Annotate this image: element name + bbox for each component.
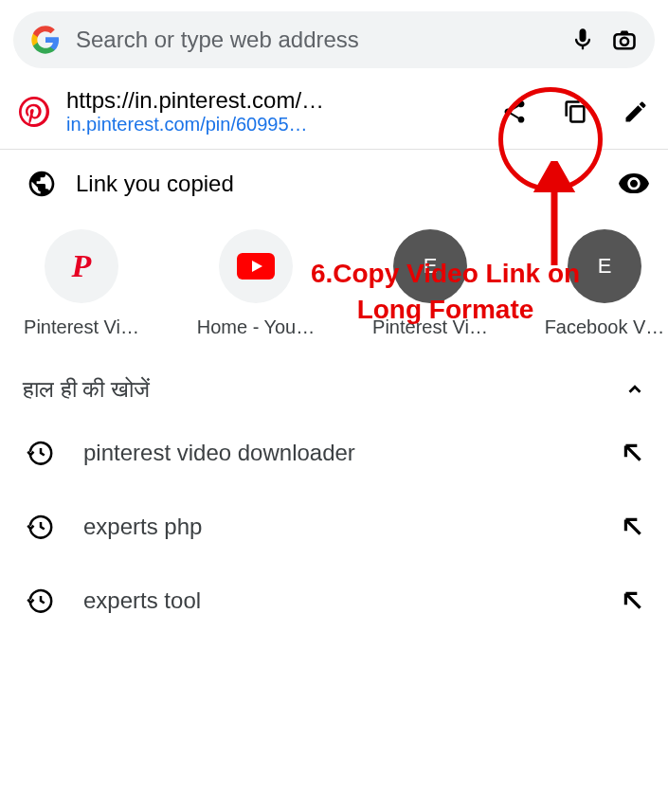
search-query-text: pinterest video downloader <box>83 440 592 466</box>
shortcut-pinterest-icon: P <box>45 229 118 303</box>
shortcut-letter-icon: E <box>568 229 641 303</box>
recent-search-item[interactable]: experts tool <box>0 564 668 638</box>
search-bar[interactable]: Search or type web address <box>13 11 655 68</box>
edit-icon[interactable] <box>623 99 649 125</box>
search-query-text: experts tool <box>83 587 592 614</box>
eye-icon[interactable] <box>619 173 649 194</box>
shortcut-item[interactable]: E Facebook V… <box>529 229 668 338</box>
share-icon[interactable] <box>501 99 528 125</box>
arrow-insert-icon[interactable] <box>621 514 645 539</box>
shortcut-item[interactable]: Home - You… <box>180 229 332 338</box>
copy-icon[interactable] <box>562 99 588 125</box>
globe-icon <box>27 169 57 199</box>
svg-point-1 <box>621 38 628 45</box>
recent-searches-title: हाल ही की खोजें <box>23 376 150 403</box>
shortcut-item[interactable]: E Pinterest Vi… <box>354 229 506 338</box>
shortcut-item[interactable]: P Pinterest Vi… <box>6 229 157 338</box>
shortcut-label: Pinterest Vi… <box>6 316 157 338</box>
pinterest-icon <box>19 97 49 127</box>
shortcut-letter-icon: E <box>393 229 467 303</box>
search-query-text: experts php <box>83 514 592 540</box>
shortcut-youtube-icon <box>219 229 293 303</box>
google-logo-icon <box>30 25 61 55</box>
arrow-insert-icon[interactable] <box>621 441 645 465</box>
shortcut-label: Pinterest Vi… <box>354 316 506 338</box>
microphone-icon[interactable] <box>569 27 596 53</box>
url-text-wrap: https://in.pinterest.com/… in.pinterest.… <box>66 87 484 135</box>
shortcut-label: Home - You… <box>180 316 332 338</box>
url-actions <box>501 99 649 125</box>
chevron-up-icon[interactable] <box>624 379 645 400</box>
history-icon <box>27 439 55 467</box>
history-icon <box>27 513 55 541</box>
copied-link-row[interactable]: Link you copied <box>0 150 668 218</box>
camera-icon[interactable] <box>611 27 638 53</box>
url-secondary: in.pinterest.com/pin/60995… <box>66 114 484 135</box>
recent-searches-header[interactable]: हाल ही की खोजें <box>0 338 668 416</box>
url-primary: https://in.pinterest.com/… <box>66 87 484 114</box>
svg-rect-3 <box>570 106 584 121</box>
shortcut-label: Facebook V… <box>529 316 668 338</box>
shortcuts-row: P Pinterest Vi… Home - You… E Pinterest … <box>0 218 668 338</box>
search-placeholder: Search or type web address <box>76 27 554 53</box>
arrow-insert-icon[interactable] <box>621 588 645 613</box>
recent-search-item[interactable]: experts php <box>0 490 668 564</box>
url-suggestion-row[interactable]: https://in.pinterest.com/… in.pinterest.… <box>0 76 668 149</box>
history-icon <box>27 586 55 615</box>
copied-link-label: Link you copied <box>76 171 600 197</box>
recent-search-item[interactable]: pinterest video downloader <box>0 416 668 490</box>
